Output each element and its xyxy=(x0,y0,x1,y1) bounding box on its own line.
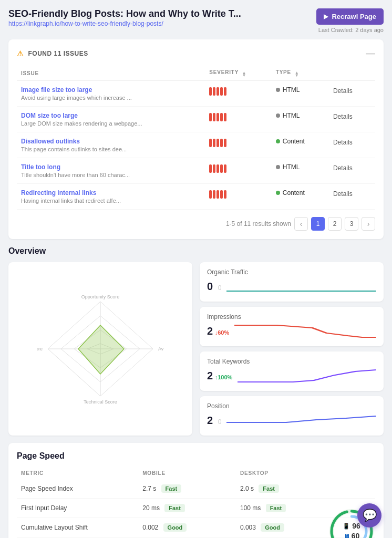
type-dot xyxy=(276,88,280,92)
radar-card: Opportunity Score Avg. Speed Index Techn… xyxy=(8,262,192,436)
last-crawled-label: Last Crawled: 2 days ago xyxy=(316,27,384,33)
speed-metric: Page Speed Index xyxy=(17,479,138,499)
issue-name[interactable]: Title too long xyxy=(21,163,201,171)
issue-cell: DOM size too large Large DOM size makes … xyxy=(17,106,205,132)
type-label: HTML xyxy=(283,86,300,94)
table-row: DOM size too large Large DOM size makes … xyxy=(17,106,375,132)
details-button[interactable]: Details xyxy=(330,163,356,173)
type-badge: Content xyxy=(276,138,322,145)
stat-label: Organic Traffic xyxy=(207,268,376,276)
stat-row: 2 0 xyxy=(207,412,376,429)
radar-svg: Opportunity Score Avg. Speed Index Techn… xyxy=(37,291,163,407)
type-cell: HTML xyxy=(272,158,326,183)
page-1-button[interactable]: 1 xyxy=(311,217,325,231)
speed-table-row: First Input Delay 20 ms Fast 100 ms Fast xyxy=(17,498,375,518)
page-title: SEO-Friendly Blog Posts: How and Why to … xyxy=(8,8,241,19)
mobile-badge: Good xyxy=(163,523,187,532)
desktop-badge: Good xyxy=(261,523,284,532)
issue-cell: Image file size too large Avoid using la… xyxy=(17,80,205,106)
speed-col-spacer xyxy=(323,467,375,479)
stat-card-impressions: Impressions 2 ↓60% xyxy=(200,307,384,346)
stat-card-position: Position 2 0 xyxy=(200,396,384,436)
severity-cell xyxy=(205,80,271,106)
desktop-val: 100 ms xyxy=(240,504,261,512)
details-button[interactable]: Details xyxy=(330,86,356,96)
speed-mobile: 2.7 s Fast xyxy=(138,479,236,499)
stat-label: Total Keywords xyxy=(207,358,376,365)
page-3-button[interactable]: 3 xyxy=(345,217,358,231)
speed-table: METRIC MOBILE DESKTOP Page Speed Index 2… xyxy=(17,467,375,538)
radar-chart: Opportunity Score Avg. Speed Index Techn… xyxy=(37,291,163,407)
stat-value-group: 2 ↑100% xyxy=(207,370,232,382)
issues-title: ⚠ FOUND 11 ISSUES xyxy=(17,49,88,58)
mobile-val: 2.7 s xyxy=(142,485,156,492)
speed-desktop: 100 ms Fast xyxy=(236,498,323,518)
issues-table: ISSUE SEVERITY ▲▼ TYPE ▲▼ Image file siz… xyxy=(17,66,375,210)
col-type: TYPE ▲▼ xyxy=(272,66,326,80)
table-row: Title too long Title shouldn't have more… xyxy=(17,158,375,183)
details-button[interactable]: Details xyxy=(330,189,356,199)
speed-desktop: 2.0 s Fast xyxy=(236,479,323,499)
desktop-icon: 🖥 xyxy=(344,532,349,538)
speed-col-desktop: DESKTOP xyxy=(236,467,323,479)
svg-text:Technical Score: Technical Score xyxy=(84,399,117,405)
speed-mobile: 20 ms Fast xyxy=(138,498,236,518)
warning-icon: ⚠ xyxy=(17,49,24,58)
stat-label: Impressions xyxy=(207,313,376,320)
issues-card: ⚠ FOUND 11 ISSUES — ISSUE SEVERITY ▲▼ TY… xyxy=(8,39,384,239)
stat-value-group: 2 0 xyxy=(207,415,221,427)
type-cell: HTML xyxy=(272,106,326,132)
issue-name[interactable]: Disallowed outlinks xyxy=(21,138,201,145)
details-button[interactable]: Details xyxy=(330,112,356,121)
speed-metric: Cumulative Layout Shift xyxy=(17,518,138,537)
issue-desc: This page contains outlinks to sites dee… xyxy=(21,146,201,152)
details-cell: Details xyxy=(326,158,375,183)
issue-name[interactable]: Redirecting internal links xyxy=(21,189,201,196)
desktop-badge: Fast xyxy=(266,504,286,512)
col-issue: ISSUE xyxy=(17,66,205,80)
issue-desc: Large DOM size makes rendering a webpage… xyxy=(21,120,201,127)
collapse-icon[interactable]: — xyxy=(366,48,375,59)
pagination-summary: 1-5 of 11 results shown xyxy=(226,220,291,227)
issue-name[interactable]: DOM size too large xyxy=(21,112,201,119)
details-cell: Details xyxy=(326,80,375,106)
col-severity: SEVERITY ▲▼ xyxy=(205,66,271,80)
stat-compare: 0 xyxy=(218,284,222,292)
issue-desc: Having internal links that redirect affe… xyxy=(21,198,201,204)
type-dot xyxy=(276,165,280,169)
next-page-button[interactable]: › xyxy=(362,217,375,231)
prev-page-button[interactable]: ‹ xyxy=(294,217,308,231)
page-2-button[interactable]: 2 xyxy=(328,217,342,231)
stat-value: 2 xyxy=(207,325,213,337)
stat-row: 0 0 xyxy=(207,278,376,295)
page-speed-title: Page Speed xyxy=(17,451,375,461)
severity-bars xyxy=(209,86,267,96)
speed-mobile: 0.002 Good xyxy=(138,518,236,537)
speed-metric: First Input Delay xyxy=(17,498,138,518)
stat-chart xyxy=(234,323,376,340)
stat-label: Position xyxy=(207,402,376,410)
chat-fab-button[interactable]: 💬 xyxy=(357,503,381,527)
mobile-val: 0.002 xyxy=(142,524,158,531)
severity-cell xyxy=(205,158,271,183)
table-row: Image file size too large Avoid using la… xyxy=(17,80,375,106)
type-dot xyxy=(276,113,280,118)
issue-name[interactable]: Image file size too large xyxy=(21,86,201,94)
mobile-val: 20 ms xyxy=(142,504,160,512)
stat-value-group: 2 ↓60% xyxy=(207,325,229,337)
speed-spacer xyxy=(323,479,375,499)
type-label: Content xyxy=(283,189,305,196)
svg-text:Opportunity Score: Opportunity Score xyxy=(81,294,120,299)
stat-card-organic-traffic: Organic Traffic 0 0 xyxy=(200,262,384,302)
desktop-score: 🖥 60 xyxy=(344,531,360,538)
type-badge: HTML xyxy=(276,112,322,119)
table-row: Disallowed outlinks This page contains o… xyxy=(17,132,375,158)
mobile-badge: Fast xyxy=(161,484,182,493)
recrawl-button[interactable]: Recrawl Page xyxy=(316,8,384,25)
severity-bars xyxy=(209,163,267,173)
stat-value: 0 xyxy=(207,281,213,292)
page-url[interactable]: https://linkgraph.io/how-to-write-seo-fr… xyxy=(8,20,163,27)
details-button[interactable]: Details xyxy=(330,138,356,147)
issue-cell: Redirecting internal links Having intern… xyxy=(17,183,205,209)
type-label: HTML xyxy=(283,163,300,171)
